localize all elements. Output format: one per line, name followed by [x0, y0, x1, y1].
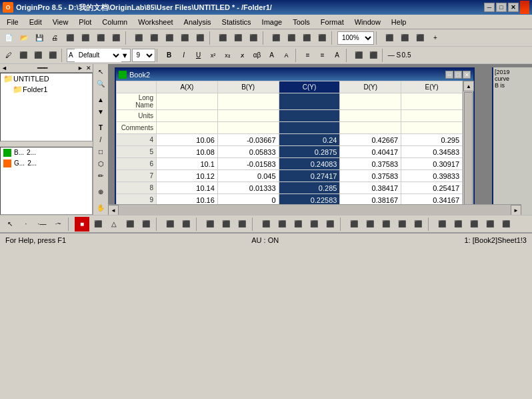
cell-8d[interactable]: 0.38417 — [340, 182, 401, 194]
tb-btn12[interactable]: ⬛ — [246, 31, 261, 45]
window-controls[interactable]: ─ □ ✕ — [484, 3, 519, 12]
close-button[interactable]: ✕ — [508, 3, 519, 12]
tb-btn1[interactable]: ⬛ — [63, 31, 77, 45]
comm-b[interactable] — [217, 122, 279, 134]
menu-analysis[interactable]: Analysis — [179, 17, 217, 27]
zoom-tool[interactable]: ⊕ — [95, 185, 107, 197]
tb-extra[interactable]: — S — [387, 48, 402, 63]
pe-graph-item[interactable]: G... 2... — [1, 158, 92, 169]
menu-plot[interactable]: Plot — [73, 17, 97, 27]
tb-btn5[interactable]: ⬛ — [131, 31, 146, 45]
zoom-in-tool[interactable]: 🔍 — [95, 77, 107, 89]
comm-e[interactable] — [401, 122, 463, 134]
bt-btn20[interactable]: ⬛ — [347, 217, 361, 232]
col-b-header[interactable]: B(Y) — [217, 81, 279, 93]
bt-btn29[interactable]: ⬛ — [499, 217, 513, 232]
bt-btn19[interactable]: ⬛ — [323, 217, 337, 232]
cell-4c[interactable]: 0.24 — [279, 134, 340, 146]
fmt-btn3[interactable]: ⬛ — [31, 48, 45, 63]
tb-btn20[interactable]: + — [428, 31, 443, 45]
subscript-button[interactable]: x₂ — [221, 48, 235, 63]
menu-view[interactable]: View — [47, 17, 74, 27]
menu-column[interactable]: Column — [97, 17, 133, 27]
tb-graph2[interactable]: ⬛ — [366, 48, 381, 63]
open-button[interactable]: 📂 — [17, 31, 31, 45]
cell-4e[interactable]: 0.295 — [401, 134, 463, 146]
ws-maximize[interactable]: □ — [454, 71, 462, 79]
menu-worksheet[interactable]: Worksheet — [133, 17, 178, 27]
fmt-btn1[interactable]: 🖊 — [1, 48, 16, 63]
zoom-combo[interactable]: 100% — [337, 31, 374, 45]
tb-btn19[interactable]: ⬛ — [413, 31, 427, 45]
cell-8b[interactable]: 0.01333 — [217, 182, 279, 194]
bt-btn24[interactable]: ⬛ — [411, 217, 425, 232]
col-c-header[interactable]: C(Y) — [279, 81, 340, 93]
tb-btn14[interactable]: ⬛ — [284, 31, 299, 45]
tb-btn16[interactable]: ⬛ — [315, 31, 329, 45]
pe-scroll[interactable]: ━━━ — [7, 65, 77, 71]
font-size-down[interactable]: A — [279, 48, 294, 63]
cell-7e[interactable]: 0.39833 — [401, 170, 463, 182]
bt-btn2[interactable]: · — [19, 217, 33, 232]
superscript-button[interactable]: x² — [206, 48, 221, 63]
save-button[interactable]: 💾 — [32, 31, 47, 45]
fmt-btn2[interactable]: ⬛ — [16, 48, 31, 63]
tb-btn2[interactable]: ⬛ — [78, 31, 93, 45]
units-c[interactable] — [279, 110, 340, 122]
menu-tools[interactable]: Tools — [287, 17, 315, 27]
cell-5b[interactable]: 0.05833 — [217, 146, 279, 158]
bt-btn7[interactable]: △ — [107, 217, 121, 232]
minimize-button[interactable]: ─ — [484, 3, 495, 12]
bt-btn1[interactable]: ↖ — [3, 217, 17, 232]
tb-btn7[interactable]: ⬛ — [162, 31, 177, 45]
bt-btn18[interactable]: ⬛ — [307, 217, 321, 232]
bt-btn14[interactable]: ⬛ — [235, 217, 249, 232]
menu-help[interactable]: Help — [386, 17, 412, 27]
cell-7d[interactable]: 0.37583 — [340, 170, 401, 182]
cell-5e[interactable]: 0.34583 — [401, 146, 463, 158]
bt-btn28[interactable]: ⬛ — [483, 217, 497, 232]
underline-button[interactable]: U — [191, 48, 206, 63]
bt-btn27[interactable]: ⬛ — [467, 217, 481, 232]
tb-btn6[interactable]: ⬛ — [147, 31, 161, 45]
bt-btn3[interactable]: ·— — [35, 217, 49, 232]
bt-btn10[interactable]: ⬛ — [163, 217, 177, 232]
bt-btn15[interactable]: ⬛ — [259, 217, 273, 232]
tb-btn18[interactable]: ⬛ — [397, 31, 412, 45]
bt-btn16[interactable]: ⬛ — [275, 217, 289, 232]
bt-btn23[interactable]: ⬛ — [395, 217, 409, 232]
tb-btn10[interactable]: ⬛ — [215, 31, 230, 45]
scroll-thumb-v[interactable] — [464, 92, 473, 207]
pe-nav-right[interactable]: ► — [77, 65, 83, 71]
tb-btn8[interactable]: ⬛ — [177, 31, 192, 45]
cell-8e[interactable]: 0.25417 — [401, 182, 463, 194]
ln-a[interactable] — [157, 93, 218, 110]
arrow-tool[interactable]: ↖ — [95, 65, 107, 77]
tb-btn3[interactable]: ⬛ — [93, 31, 108, 45]
content-scroll-right[interactable]: ► — [511, 205, 521, 215]
new-button[interactable]: 📄 — [1, 31, 16, 45]
font-size-combo[interactable]: 9 — [132, 49, 155, 62]
menu-statistics[interactable]: Statistics — [217, 17, 257, 27]
polygon-tool[interactable]: ⬡ — [95, 157, 107, 169]
draw-tool[interactable]: / — [95, 133, 107, 145]
strikethrough-button[interactable]: x̷ — [235, 48, 250, 63]
units-e[interactable] — [401, 110, 463, 122]
tb-btn13[interactable]: ⬛ — [269, 31, 283, 45]
maximize-button[interactable]: □ — [496, 3, 507, 12]
pan-tool[interactable]: ✋ — [95, 202, 107, 214]
units-d[interactable] — [340, 110, 401, 122]
region-tool[interactable]: □ — [95, 145, 107, 157]
tb-btn15[interactable]: ⬛ — [299, 31, 314, 45]
tb-btn11[interactable]: ⬛ — [231, 31, 245, 45]
bt-btn4[interactable]: ·~ — [51, 217, 65, 232]
bt-btn9[interactable]: ⬛ — [139, 217, 153, 232]
cell-7a[interactable]: 10.12 — [157, 170, 218, 182]
bt-btn17[interactable]: ⬛ — [291, 217, 305, 232]
menu-format[interactable]: Format — [315, 17, 349, 27]
bt-btn8[interactable]: ⬛ — [123, 217, 137, 232]
col-e-header[interactable]: E(Y) — [401, 81, 463, 93]
cell-7c[interactable]: 0.27417 — [279, 170, 340, 182]
bt-btn6[interactable]: ⬛ — [91, 217, 105, 232]
cell-4b[interactable]: -0.03667 — [217, 134, 279, 146]
